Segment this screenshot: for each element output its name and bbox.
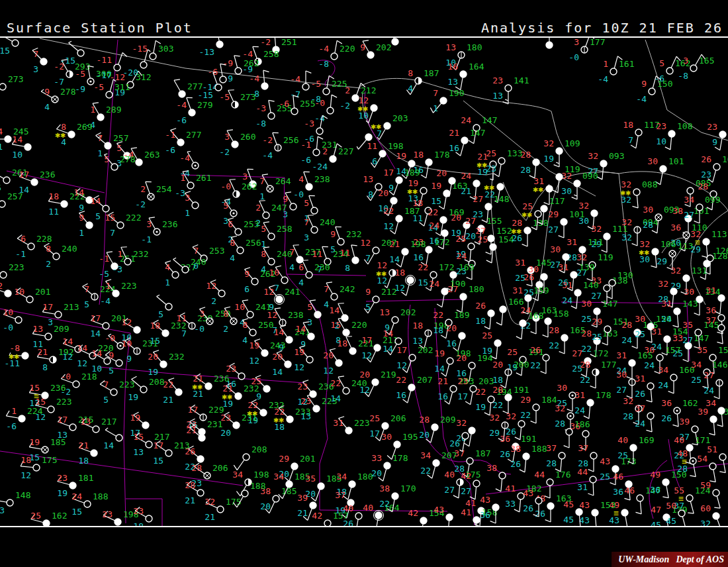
svg-text:32: 32 — [543, 138, 554, 148]
svg-text:18: 18 — [492, 375, 503, 385]
svg-text:138: 138 — [533, 218, 548, 228]
svg-text:1: 1 — [117, 249, 122, 259]
svg-text:9: 9 — [126, 354, 132, 364]
svg-text:24: 24 — [71, 491, 82, 501]
svg-text:202: 202 — [418, 345, 433, 355]
svg-text:19: 19 — [148, 367, 158, 377]
svg-text:258: 258 — [277, 224, 292, 234]
svg-text:16: 16 — [437, 391, 448, 401]
svg-text:20: 20 — [323, 350, 334, 360]
svg-text:236: 236 — [162, 219, 177, 229]
svg-text:099: 099 — [705, 195, 720, 205]
svg-text:10: 10 — [656, 136, 666, 146]
svg-text:109: 109 — [565, 138, 580, 148]
svg-text:2: 2 — [322, 146, 328, 156]
svg-text:14: 14 — [330, 393, 341, 403]
svg-text:15: 15 — [418, 278, 428, 287]
station-marker: 208 — [234, 444, 267, 470]
svg-text:213: 213 — [64, 302, 79, 312]
svg-text:13: 13 — [300, 411, 311, 421]
svg-text:30: 30 — [381, 432, 392, 442]
svg-text:3: 3 — [307, 317, 312, 327]
svg-text:12: 12 — [21, 470, 31, 480]
svg-text:6: 6 — [21, 234, 26, 244]
svg-text:24: 24 — [429, 221, 439, 231]
svg-text:34: 34 — [420, 450, 431, 460]
credit-uw-madison: UW-Madison — [618, 554, 669, 565]
station-marker: 1161-4 — [598, 56, 634, 84]
svg-text:13: 13 — [445, 42, 456, 52]
station-marker: 2118 — [78, 440, 97, 466]
svg-text:12: 12 — [359, 385, 370, 395]
svg-text:-2: -2 — [260, 38, 271, 47]
svg-text:14: 14 — [383, 344, 393, 354]
station-marker: -1277-6 — [165, 129, 201, 155]
svg-text:223: 223 — [56, 397, 71, 407]
svg-text:28: 28 — [419, 415, 430, 425]
svg-text:166: 166 — [508, 297, 523, 307]
svg-text:-15: -15 — [60, 56, 75, 66]
credit-dept-aos: Dept of AOS — [676, 554, 724, 565]
station-marker: 3236-1 — [141, 217, 177, 244]
svg-text:1: 1 — [165, 278, 170, 287]
svg-text:27: 27 — [465, 216, 476, 226]
svg-text:203: 203 — [478, 376, 494, 386]
svg-text:147: 147 — [470, 128, 485, 138]
svg-text:-9: -9 — [75, 84, 85, 94]
stations-layer: 73-2293-7-5306-9927841289-482694✱✱725711… — [0, 38, 728, 526]
svg-text:251: 251 — [281, 38, 296, 47]
svg-text:42: 42 — [461, 471, 471, 481]
svg-text:31: 31 — [651, 327, 662, 336]
svg-text:289: 289 — [106, 105, 121, 115]
svg-text:24: 24 — [704, 386, 714, 395]
svg-text:25: 25 — [691, 375, 702, 385]
station-marker: 2254-2 — [135, 181, 171, 209]
svg-text:9: 9 — [79, 213, 84, 223]
svg-text:33: 33 — [505, 499, 516, 509]
svg-text:9: 9 — [712, 137, 717, 147]
svg-text:39: 39 — [297, 493, 308, 503]
svg-text:12: 12 — [267, 310, 277, 320]
station-marker: 1232-3 — [112, 247, 148, 274]
svg-text:169: 169 — [639, 435, 654, 445]
svg-text:24: 24 — [562, 295, 572, 305]
svg-text:32: 32 — [489, 413, 500, 423]
svg-text:232: 232 — [346, 229, 361, 239]
svg-text:24: 24 — [429, 279, 439, 289]
svg-text:13: 13 — [363, 174, 373, 184]
station-marker: 5 — [157, 295, 172, 319]
svg-text:28: 28 — [549, 325, 559, 335]
svg-text:✱✱: ✱✱ — [371, 121, 381, 131]
svg-text:30: 30 — [684, 287, 694, 297]
svg-text:101: 101 — [569, 209, 584, 219]
svg-text:26: 26 — [530, 345, 541, 355]
svg-text:14: 14 — [0, 127, 3, 136]
svg-text:158: 158 — [553, 309, 569, 319]
svg-text:31: 31 — [515, 258, 525, 268]
svg-text:46: 46 — [613, 472, 623, 482]
svg-text:41: 41 — [461, 507, 471, 517]
svg-text:-4: -4 — [598, 74, 608, 84]
svg-text:30: 30 — [550, 244, 561, 254]
svg-text:43: 43 — [480, 495, 490, 505]
svg-text:≡: ≡ — [682, 456, 687, 466]
svg-text:30: 30 — [581, 299, 592, 309]
svg-text:238: 238 — [288, 310, 303, 320]
svg-text:5: 5 — [103, 395, 109, 405]
svg-text:23: 23 — [57, 473, 68, 483]
svg-text:232: 232 — [169, 352, 184, 362]
svg-text:25: 25 — [581, 314, 592, 324]
svg-text:-9: -9 — [222, 58, 233, 68]
svg-text:-4: -4 — [318, 44, 329, 54]
svg-text:21: 21 — [461, 186, 471, 196]
station-marker: 3416024 — [658, 365, 694, 393]
station-marker: 2016 — [446, 323, 465, 351]
svg-text:17: 17 — [361, 335, 372, 345]
svg-text:1: 1 — [185, 208, 190, 218]
svg-text:20: 20 — [260, 501, 271, 511]
svg-text:231: 231 — [142, 338, 158, 348]
station-marker: 10201 — [14, 287, 50, 303]
svg-text:17: 17 — [90, 313, 101, 323]
svg-text:240: 240 — [191, 257, 206, 267]
svg-text:-20: -20 — [123, 68, 138, 77]
